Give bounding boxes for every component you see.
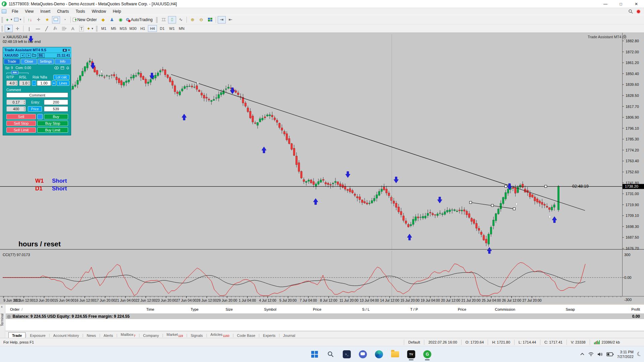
lines-button[interactable]: Lines xyxy=(57,80,69,86)
column-type-1[interactable]: Type xyxy=(191,307,199,311)
column-price-7[interactable]: Price xyxy=(458,307,466,311)
hline-tool[interactable]: — xyxy=(34,25,42,32)
timeframe-h4[interactable]: H4 xyxy=(148,25,157,32)
eye-icon[interactable] xyxy=(54,66,59,69)
bar-chart-button[interactable]: ⌶⌶ xyxy=(159,16,167,23)
chart-area[interactable]: W1Short D1Shorthours / reset02:48:19 188… xyxy=(0,33,644,304)
risk-plus-button[interactable]: + xyxy=(52,80,56,86)
menu-insert[interactable]: Insert xyxy=(37,8,54,14)
dark-app-icon[interactable]: >_ xyxy=(340,348,353,361)
active-app-icon[interactable]: G xyxy=(421,348,434,361)
price-mode-button[interactable]: Price xyxy=(28,106,42,112)
column-swap-9[interactable]: Swap xyxy=(566,307,575,311)
candlestick-button[interactable]: ⌷ xyxy=(168,16,176,23)
lot-calc-button[interactable]: Lot calc xyxy=(53,75,69,80)
sell-limit-button[interactable]: Sell Limit xyxy=(6,127,36,133)
panel-symbol[interactable]: XAUUSD xyxy=(4,54,18,57)
profiles-button[interactable]: ▼ xyxy=(14,16,22,23)
tradingview-app-icon[interactable]: TV xyxy=(405,348,418,361)
risk-input[interactable]: 1.00 xyxy=(37,80,51,86)
crosshair-tool[interactable]: ✛ xyxy=(13,25,21,32)
zoom-in-button[interactable]: ⊕ xyxy=(189,16,197,23)
close-button[interactable]: ✕ xyxy=(629,0,644,8)
risk-minus-button[interactable]: - xyxy=(32,80,36,86)
text-tool[interactable]: A xyxy=(69,25,77,32)
speaker-icon[interactable] xyxy=(597,352,603,357)
swap-sides-button[interactable] xyxy=(37,114,43,119)
timeframe-w1[interactable]: W1 xyxy=(167,25,176,32)
menu-help[interactable]: Help xyxy=(109,8,124,14)
terminal-close-icon[interactable]: x xyxy=(1,305,3,308)
night-mode-icon[interactable]: ☾ xyxy=(636,350,643,358)
channel-tool[interactable]: ⫽E xyxy=(51,25,59,32)
chevron-down-icon[interactable]: ▼ xyxy=(3,36,5,39)
timeframe-m15[interactable]: M15 xyxy=(119,25,128,32)
chart-shift-button[interactable]: ⇤ xyxy=(226,16,234,23)
column-price-4[interactable]: Price xyxy=(313,307,321,311)
profile-name[interactable]: Default xyxy=(404,340,424,345)
prev-symbol-button[interactable]: < xyxy=(20,53,25,58)
column-time-0[interactable]: Time xyxy=(146,307,154,311)
next-symbol-button[interactable]: > xyxy=(26,53,31,58)
lot-size-input[interactable]: 0.17▴▾ xyxy=(6,100,26,105)
rtp-input[interactable]: 4.0▴▾ xyxy=(6,80,18,86)
vline-tool[interactable]: | xyxy=(25,25,33,32)
new-order-label[interactable]: New Order xyxy=(77,17,97,22)
column-order[interactable]: Order / xyxy=(10,307,22,311)
menu-view[interactable]: View xyxy=(21,8,37,14)
comment-input[interactable]: Comment xyxy=(6,93,68,98)
maximize-button[interactable]: □ xyxy=(613,0,629,8)
chart-canvas[interactable]: W1Short D1Shorthours / reset02:48:19 188… xyxy=(0,33,644,304)
auto-scroll-button[interactable]: ⇥ xyxy=(218,16,226,23)
navigator-button[interactable]: ★ xyxy=(43,16,51,23)
autotrading-button[interactable]: ⚙AutoTrading xyxy=(125,16,154,23)
menu-charts[interactable]: Charts xyxy=(54,8,72,14)
signals-button[interactable]: ◉ xyxy=(116,16,124,23)
sell-stop-button[interactable]: Sell Stop xyxy=(6,121,36,126)
camera-icon[interactable] xyxy=(63,49,67,52)
wifi-icon[interactable] xyxy=(588,352,594,356)
data-window-button[interactable]: ✛ xyxy=(35,16,43,23)
panel-title-bar[interactable]: Trade Assistant MT4 9.5 × xyxy=(3,47,71,53)
tray-chevron-icon[interactable] xyxy=(580,353,585,356)
cursor-tool[interactable]: ➤ xyxy=(5,25,13,32)
sl-points-input[interactable]: 400▴▾ xyxy=(6,106,26,112)
panel-tab-settings[interactable]: Settings xyxy=(38,59,54,64)
file-explorer-icon[interactable] xyxy=(389,348,401,361)
column-tp-6[interactable]: T / P xyxy=(410,307,418,311)
bell-icon[interactable] xyxy=(66,66,69,70)
folder-icon[interactable] xyxy=(32,53,36,57)
column-size-2[interactable]: Size xyxy=(226,307,233,311)
panel-tab-trade[interactable]: Trade xyxy=(4,59,20,64)
column-symbol-3[interactable]: Symbol xyxy=(264,307,276,311)
new-order-button[interactable]: +New Order xyxy=(72,16,99,23)
fibonacci-tool[interactable]: ☰F xyxy=(60,25,68,32)
column-sl-5[interactable]: S / L xyxy=(362,307,370,311)
market-watch-button[interactable]: ↑↓ xyxy=(26,16,34,23)
arrows-tool[interactable]: ✦▼ xyxy=(86,25,94,32)
edge-browser-icon[interactable] xyxy=(373,348,385,361)
chart-window-icon[interactable] xyxy=(2,9,6,13)
balance-row[interactable]: ◎ Balance: 9 224.55 USD Equity: 9 224.55… xyxy=(6,313,644,319)
timeframe-m5[interactable]: M5 xyxy=(109,25,118,32)
minimize-button[interactable]: — xyxy=(598,0,613,8)
tile-windows-button[interactable] xyxy=(206,16,214,23)
sell-button[interactable]: Sell xyxy=(6,114,36,119)
buy-limit-button[interactable]: Buy Limit xyxy=(37,127,68,133)
indicators-button[interactable]: ◆ xyxy=(99,16,107,23)
zoom-out-button[interactable]: ⊖ xyxy=(197,16,205,23)
expert-advisor-button[interactable]: ♟ xyxy=(108,16,116,23)
timeframe-d1[interactable]: D1 xyxy=(158,25,167,32)
trendline-tool[interactable]: ╱ xyxy=(43,25,51,32)
column-profit-10[interactable]: Profit xyxy=(631,307,640,311)
entry-input[interactable]: 200 xyxy=(44,100,68,105)
search-icon[interactable] xyxy=(628,9,633,14)
timeframe-mn[interactable]: MN xyxy=(177,25,186,32)
terminal-toggle-button[interactable] xyxy=(52,16,60,23)
menu-tools[interactable]: Tools xyxy=(72,8,89,14)
new-chart-button[interactable]: ＋▼ xyxy=(5,16,13,23)
column-commission-8[interactable]: Commission xyxy=(495,307,515,311)
rsl-input[interactable]: 1.0▴▾ xyxy=(19,80,31,86)
buy-button[interactable]: Buy xyxy=(44,114,68,119)
menu-window[interactable]: Window xyxy=(89,8,110,14)
